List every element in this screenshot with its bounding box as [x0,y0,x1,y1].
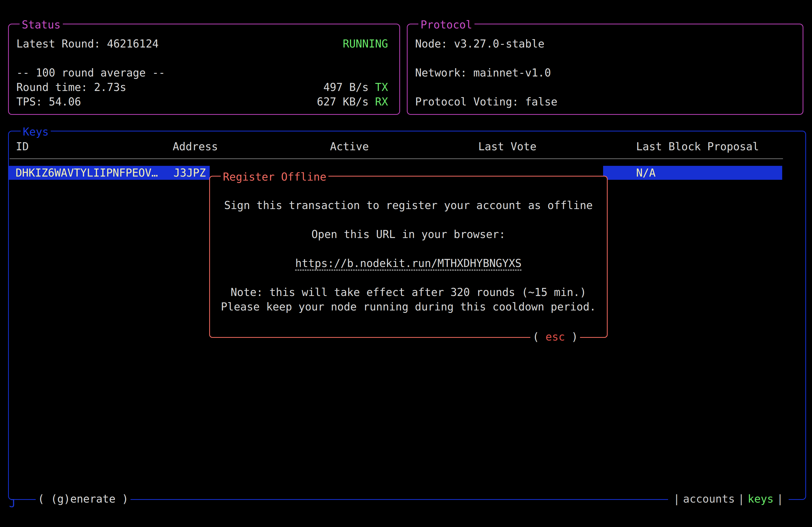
tab-bar: |accounts|keys| [668,492,789,506]
tx-rate: 497 B/s TX [323,80,388,94]
latest-round-value: Latest Round: 46216124 [16,36,159,51]
tab-accounts[interactable]: accounts [683,493,735,505]
esc-close-paren: ) [565,331,578,343]
rx-rate-value: 627 KB/s [317,95,375,108]
signing-url-link[interactable]: https://b.nodekit.run/MTHXDHYBNGYXS [295,257,522,269]
terminal-screen: Status Latest Round: 46216124 RUNNING --… [0,0,812,527]
round-average-header: -- 100 round average -- [16,65,165,80]
esc-open-paren: ( [533,331,545,343]
column-header-address: Address [173,139,218,154]
tab-separator: | [673,493,680,505]
tab-keys[interactable]: keys [748,493,773,505]
modal-url-prompt: Open this URL in your browser: [210,227,607,241]
protocol-panel: Protocol Node: v3.27.0-stable Network: m… [407,24,803,115]
border-corner-artifact: J [9,497,16,510]
tx-rate-unit: TX [375,81,388,93]
row-highlight-left[interactable]: DHKIZ6WAVTYLIIPNFPEOV… J3JPZ [9,166,210,180]
column-header-id: ID [16,139,29,154]
node-version: Node: v3.27.0-stable [415,36,545,51]
modal-note-line1: Note: this will take effect after 320 ro… [210,285,607,299]
modal-instruction: Sign this transaction to register your a… [210,198,607,212]
tab-separator: | [738,493,744,505]
network-name: Network: mainnet-v1.0 [415,65,551,80]
esc-button[interactable]: ( esc ) [530,330,580,344]
generate-button[interactable]: ( (g)enerate ) [36,492,130,506]
row-id-cell: DHKIZ6WAVTYLIIPNFPEOV… [16,166,158,180]
row-highlight-right[interactable]: N/A [603,166,782,180]
column-header-active: Active [330,139,369,154]
column-header-last-vote: Last Vote [478,139,536,154]
keys-panel-title: Keys [21,124,51,139]
rx-rate-unit: RX [375,95,388,108]
rx-rate: 627 KB/s RX [317,94,388,109]
tx-rate-value: 497 B/s [323,81,375,93]
run-state-badge: RUNNING [343,36,388,51]
column-header-last-block-proposal: Last Block Proposal [636,139,759,154]
protocol-panel-title: Protocol [418,17,475,32]
tab-separator: | [777,493,783,505]
modal-title: Register Offline [221,169,329,184]
modal-note-line2: Please keep your node running during thi… [210,299,607,314]
status-panel: Status Latest Round: 46216124 RUNNING --… [8,24,400,115]
protocol-voting: Protocol Voting: false [415,94,557,109]
register-offline-modal: Register Offline Sign this transaction t… [209,176,608,338]
row-address-cell: J3JPZ [173,166,206,180]
tps-value: TPS: 54.06 [16,94,81,109]
keys-table-header: ID Address Active Last Vote Last Block P… [9,139,805,154]
round-time-value: Round time: 2.73s [16,80,126,94]
row-last-block-proposal-cell: N/A [636,166,655,180]
table-header-divider [10,158,783,159]
status-panel-title: Status [19,17,63,32]
esc-key-label: esc [546,331,565,343]
